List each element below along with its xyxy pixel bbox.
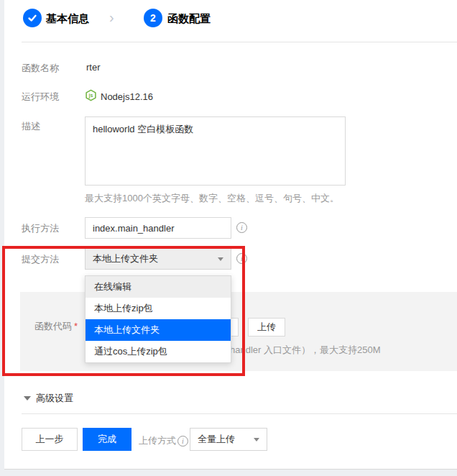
upload-mode-info-icon[interactable]: i [177,436,188,447]
handler-info-icon[interactable]: i [236,222,247,233]
dropdown-option-cos-zip[interactable]: 通过cos上传zip包 [86,341,231,362]
caret-down-icon [254,438,259,441]
check-icon [27,13,37,23]
upload-button[interactable]: 上传 [248,318,285,337]
caret-down-icon [218,257,223,261]
step1-done-circle [23,9,42,27]
step2-number-circle: 2 [144,9,162,27]
code-help-text: handler 入口文件），最大支持250M [230,344,381,357]
upload-mode-value: 全量上传 [198,433,254,446]
description-textarea[interactable]: helloworld 空白模板函数 [85,116,346,186]
step-separator-chevron-icon: › [109,10,114,24]
step2-label[interactable]: 函数配置 [167,12,211,26]
runtime-value: Nodejs12.16 [101,91,153,102]
footer-divider [22,413,457,414]
submit-method-label: 提交方法 [22,253,59,266]
dropdown-option-upload-zip[interactable]: 本地上传zip包 [86,298,231,319]
function-name-label: 函数名称 [22,62,59,75]
advanced-settings-label: 高级设置 [36,392,73,405]
dropdown-option-upload-folder[interactable]: 本地上传文件夹 [86,319,231,341]
function-name-value: rter [86,62,101,73]
runtime-label: 运行环境 [22,91,59,104]
upload-mode-group: 上传方式 i [139,434,188,447]
previous-step-button[interactable]: 上一步 [22,428,78,451]
function-code-label: 函数代码* [34,320,78,333]
upload-mode-label: 上传方式 [139,434,176,447]
finish-button[interactable]: 完成 [83,428,131,451]
svg-text:js: js [88,93,93,99]
submit-method-dropdown: 在线编辑 本地上传zip包 本地上传文件夹 通过cos上传zip包 [85,275,231,363]
handler-input[interactable] [85,217,231,239]
description-help: 最大支持1000个英文字母、数字、空格、逗号、句号、中文。 [85,192,339,205]
step1-label[interactable]: 基本信息 [46,12,89,26]
dropdown-option-online-edit[interactable]: 在线编辑 [86,276,231,298]
expand-triangle-icon [24,396,31,401]
nodejs-icon: js [85,89,97,104]
advanced-settings-toggle[interactable]: 高级设置 [24,392,73,405]
description-label: 描述 [22,120,40,133]
stepper-step-function-config[interactable]: 2 [144,9,162,27]
required-asterisk: * [74,321,78,331]
submit-method-info-icon[interactable]: i [236,253,247,264]
submit-method-value: 本地上传文件夹 [93,252,218,265]
stepper-step-basic-info[interactable] [23,9,42,27]
submit-method-select[interactable]: 本地上传文件夹 [85,248,231,270]
handler-label: 执行方法 [22,222,59,235]
stepper-divider [22,42,457,42]
upload-mode-select[interactable]: 全量上传 [190,428,267,451]
